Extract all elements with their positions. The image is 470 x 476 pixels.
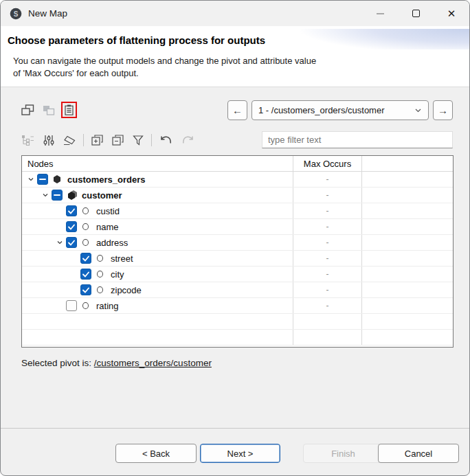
max-occurs-cell[interactable]: - [293, 219, 362, 234]
edit-toolbar [20, 131, 196, 149]
max-occurs-cell[interactable]: - [293, 282, 362, 297]
cancel-button[interactable]: Cancel [378, 444, 459, 463]
column-header-nodes[interactable]: Nodes [22, 156, 293, 171]
footer-divider [1, 428, 469, 429]
redo-icon [180, 134, 196, 147]
empty-cell [362, 251, 453, 266]
node-checkbox[interactable] [80, 253, 91, 264]
cascade-windows-icon[interactable] [20, 103, 36, 117]
max-occurs-value: - [326, 206, 329, 216]
maximize-icon [412, 10, 420, 17]
max-occurs-cell[interactable]: - [293, 298, 362, 313]
page-description: You can navigate the output models and c… [13, 55, 316, 80]
collapse-all-icon[interactable] [111, 133, 125, 147]
node-checkbox[interactable] [66, 205, 77, 216]
minimize-button[interactable] [362, 1, 398, 26]
nodes-table: Nodes Max Occurs customers_orders-custom… [21, 155, 454, 348]
empty-cell [362, 203, 453, 218]
chevron-down-icon [414, 104, 422, 117]
output-dropdown[interactable]: 1 - /customers_orders/customer [251, 100, 429, 120]
empty-cell [362, 298, 453, 313]
table-row[interactable]: city- [22, 267, 453, 282]
eraser-icon[interactable] [62, 134, 77, 147]
table-row[interactable]: street- [22, 251, 453, 267]
node-checkbox[interactable] [80, 284, 91, 295]
node-checkbox[interactable] [66, 300, 77, 311]
max-occurs-value: - [326, 190, 329, 200]
close-button[interactable]: ✕ [434, 1, 469, 26]
max-occurs-cell[interactable]: - [293, 188, 362, 203]
node-label: customer [82, 190, 122, 201]
column-header-max-occurs[interactable]: Max Occurs [293, 156, 362, 171]
previous-output-button[interactable]: ← [227, 100, 247, 120]
node-checkbox[interactable] [52, 190, 63, 201]
node-label: street [111, 253, 133, 264]
page-title: Choose parameters of flattening process … [8, 34, 265, 46]
table-row[interactable]: name- [22, 219, 453, 235]
svg-text:S: S [14, 10, 19, 17]
max-occurs-value: - [326, 253, 329, 263]
table-row[interactable]: zipcode- [22, 282, 453, 298]
next-output-button[interactable]: → [433, 100, 453, 120]
empty-cell [362, 172, 453, 187]
output-dropdown-value: 1 - /customers_orders/customer [258, 105, 385, 115]
empty-table-row [22, 330, 453, 345]
node-checkbox[interactable] [37, 174, 48, 185]
attribute-icon [82, 222, 92, 231]
duplicate-documents-icon [41, 103, 56, 117]
view-toolbar [20, 100, 77, 120]
table-row[interactable]: address- [22, 235, 453, 251]
report-view-highlight[interactable] [61, 102, 77, 118]
max-occurs-value: - [326, 285, 329, 295]
maximize-button[interactable] [398, 1, 434, 26]
description-line2: of 'Max Occurs' for each output. [13, 67, 316, 80]
table-row[interactable]: rating- [22, 298, 453, 314]
node-checkbox[interactable] [66, 237, 77, 248]
table-row[interactable]: custid- [22, 203, 453, 219]
pivot-link[interactable]: /customers_orders/customer [94, 358, 212, 368]
max-occurs-value: - [326, 238, 329, 247]
filter-funnel-icon[interactable] [131, 134, 145, 147]
chevron-down-icon[interactable] [25, 176, 37, 183]
column-header-empty[interactable] [362, 156, 453, 171]
chevron-down-icon[interactable] [39, 192, 52, 199]
left-arrow-icon: ← [232, 104, 243, 116]
collapse-tree-icon [20, 133, 36, 147]
node-label: customers_orders [67, 174, 145, 185]
node-label: custid [96, 206, 120, 216]
expand-all-icon[interactable] [90, 133, 104, 147]
empty-table-row [22, 314, 453, 330]
node-checkbox[interactable] [66, 221, 77, 232]
node-label: name [96, 222, 119, 232]
next-button[interactable]: Next > [200, 444, 280, 463]
max-occurs-value: - [326, 301, 329, 310]
toolbar-separator [83, 134, 84, 146]
attribute-icon [96, 285, 107, 295]
description-line1: You can navigate the output models and c… [13, 55, 316, 67]
max-occurs-cell[interactable]: - [293, 203, 362, 218]
attribute-icon [82, 206, 92, 216]
node-label: address [96, 238, 128, 248]
attribute-icon [96, 269, 107, 279]
pivot-label: Selected pivot is: [21, 358, 91, 368]
attribute-icon [82, 301, 92, 310]
filter-input[interactable] [262, 131, 453, 148]
window-title: New Map [28, 8, 67, 19]
empty-cell [362, 219, 453, 234]
output-selector: ← 1 - /customers_orders/customer → [227, 100, 453, 120]
table-row[interactable]: customers_orders- [22, 172, 453, 188]
max-occurs-cell[interactable]: - [293, 267, 362, 282]
max-occurs-cell[interactable]: - [293, 172, 362, 187]
back-button[interactable]: < Back [115, 444, 197, 463]
chevron-down-icon[interactable] [54, 239, 66, 246]
report-view-icon [65, 104, 74, 115]
sliders-icon[interactable] [42, 133, 56, 148]
node-checkbox[interactable] [80, 269, 91, 280]
wizard-header: Choose parameters of flattening process … [1, 26, 469, 87]
node-label: rating [96, 301, 119, 311]
undo-icon[interactable] [158, 134, 174, 147]
max-occurs-cell[interactable]: - [293, 251, 362, 266]
table-row[interactable]: customer- [22, 188, 453, 203]
toolbar-separator [151, 134, 152, 146]
max-occurs-cell[interactable]: - [293, 235, 362, 250]
